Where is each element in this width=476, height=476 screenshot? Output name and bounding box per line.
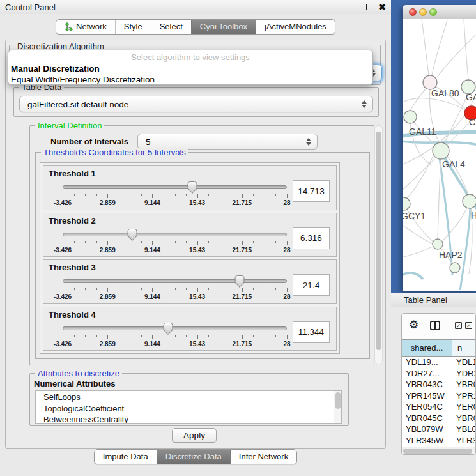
slider-track[interactable] [63, 326, 287, 330]
tick-mark [164, 194, 164, 196]
table-cell-shared-name[interactable]: YLR345W [402, 435, 452, 447]
table-cell-name[interactable]: YDR2 [452, 368, 475, 380]
tick-mark [231, 194, 231, 196]
table-cell-shared-name[interactable]: YBR043C [402, 379, 452, 390]
tick-mark [119, 288, 119, 290]
number-of-intervals-label: Number of Intervals [50, 137, 128, 146]
table-cell-name[interactable]: YBR0 [452, 379, 475, 390]
slider-handle[interactable] [235, 275, 245, 289]
slider-handle[interactable] [187, 181, 197, 195]
tick-mark [119, 241, 119, 243]
tab-network[interactable]: Network [56, 20, 115, 34]
threshold-label: Threshold 1 [49, 169, 96, 178]
table-horizontal-scrollbar[interactable] [402, 447, 475, 454]
table-row[interactable]: YER054CYER0 [402, 401, 475, 413]
table-cell-name[interactable]: YDL1 [452, 357, 475, 368]
tick-mark [175, 288, 176, 290]
table-cell-shared-name[interactable]: YPR145W [402, 390, 452, 402]
tick-mark [130, 335, 130, 337]
table-row[interactable]: YDL19...YDL1 [402, 357, 475, 368]
tab-style[interactable]: Style [115, 20, 151, 34]
tab-discretize-data[interactable]: Discretize Data [157, 450, 230, 464]
checkbox-icon[interactable]: ✓ [465, 322, 472, 329]
network-node-gal11[interactable] [404, 111, 417, 123]
tick-label: 21.715 [233, 293, 252, 300]
table-cell-name[interactable]: YBL0 [452, 424, 475, 435]
network-node-h[interactable] [463, 194, 476, 208]
tab-select[interactable]: Select [151, 20, 191, 34]
network-node-gcy1[interactable] [403, 197, 410, 210]
slider-track[interactable] [63, 185, 287, 189]
table-data-combobox[interactable]: galFiltered.sif default node [19, 96, 373, 112]
attribute-list-item[interactable]: BetweennessCentrality [43, 414, 341, 424]
list-scrollbar[interactable] [334, 391, 341, 423]
tick-mark [74, 288, 75, 290]
scrollbar-thumb[interactable] [376, 132, 381, 350]
table-cell-shared-name[interactable]: YDR27... [402, 368, 452, 380]
table-cell-shared-name[interactable]: YDL19... [402, 357, 452, 368]
window-minimize-button[interactable] [419, 8, 427, 16]
threshold-value-field[interactable]: 14.713 [293, 180, 330, 202]
tab-label: Infer Network [239, 450, 288, 464]
table-cell-name[interactable]: YBR0 [452, 413, 475, 424]
slider-tick-labels: -3.4262.8599.14415.4321.71528 [63, 293, 287, 301]
spinner-stepper-icon [306, 138, 311, 146]
table-row[interactable]: YBL079WYBL0 [402, 424, 475, 435]
table-cell-shared-name[interactable]: YBR045C [402, 413, 452, 424]
tab-impute-data[interactable]: Impute Data [95, 450, 157, 464]
tick-label: 15.43 [189, 341, 205, 348]
tick-mark [96, 194, 97, 196]
column-header-name[interactable]: n [452, 340, 475, 356]
settings-scrollbar[interactable] [374, 125, 383, 364]
tick-label: 15.43 [189, 199, 205, 206]
table-cell-name[interactable]: YPR1 [452, 390, 475, 402]
tick-mark [141, 288, 142, 290]
float-window-icon[interactable] [366, 4, 372, 10]
network-node-gal4[interactable] [433, 142, 449, 159]
threshold-value-field[interactable]: 6.316 [293, 227, 330, 249]
table-row[interactable]: YDR27...YDR2 [402, 368, 475, 380]
slider-track[interactable] [63, 279, 287, 283]
slider-track[interactable] [63, 233, 287, 236]
tab-cyni-toolbox[interactable]: Cyni Toolbox [191, 20, 256, 34]
table-row[interactable]: YBR043CYBR0 [402, 379, 475, 390]
scrollbar-thumb[interactable] [403, 449, 472, 454]
table-cell-shared-name[interactable]: YER054C [402, 401, 452, 413]
tab-jactivemnodules[interactable]: jActiveMNodules [256, 20, 335, 34]
tick-mark [175, 194, 176, 196]
network-node-gal80[interactable] [423, 75, 437, 89]
node-label-c: C [469, 117, 475, 127]
window-close-button[interactable] [409, 8, 417, 16]
table-cell-name[interactable]: YER0 [452, 401, 475, 413]
list-scrollbar-thumb[interactable] [335, 392, 341, 409]
checkbox-icon[interactable]: ✓ [455, 322, 462, 329]
dropdown-option-equal-width-frequency[interactable]: Equal Width/Frequency Discretization [8, 74, 372, 85]
network-canvas[interactable]: GAL80GACGAL11GAL4GCY1HHAP2 [403, 19, 476, 290]
window-zoom-button[interactable] [429, 8, 437, 16]
table-cell-shared-name[interactable]: YBL079W [402, 424, 452, 435]
apply-button[interactable]: Apply [172, 428, 217, 443]
gear-icon[interactable]: ⚙ [409, 319, 418, 331]
table-row[interactable]: YBR045CYBR0 [402, 413, 475, 424]
network-node[interactable] [450, 263, 460, 273]
tick-mark [208, 288, 209, 290]
tick-mark [85, 194, 86, 196]
slider-handle[interactable] [127, 229, 137, 242]
threshold-value-field[interactable]: 21.4 [293, 274, 330, 296]
table-row[interactable]: YPR145WYPR1 [402, 390, 475, 402]
threshold-value-field[interactable]: 11.344 [293, 321, 330, 343]
dropdown-option-manual-discretization[interactable]: Manual Discretization [8, 63, 372, 74]
tick-mark [220, 335, 220, 337]
split-view-icon[interactable] [430, 321, 440, 330]
table-cell-name[interactable]: YLR3 [452, 435, 475, 447]
tick-mark [164, 288, 164, 290]
table-row[interactable]: YLR345WYLR3 [402, 435, 475, 447]
column-header-shared-name[interactable]: shared... [402, 340, 452, 356]
tab-infer-network[interactable]: Infer Network [230, 450, 296, 464]
network-node-hap2[interactable] [433, 239, 443, 249]
tab-label: Network [76, 20, 107, 34]
attribute-list-item[interactable]: TopologicalCoefficient [43, 403, 341, 415]
attribute-list-item[interactable]: SelfLoops [43, 392, 341, 403]
close-icon[interactable]: ✖ [378, 2, 386, 12]
slider-handle[interactable] [163, 323, 173, 336]
